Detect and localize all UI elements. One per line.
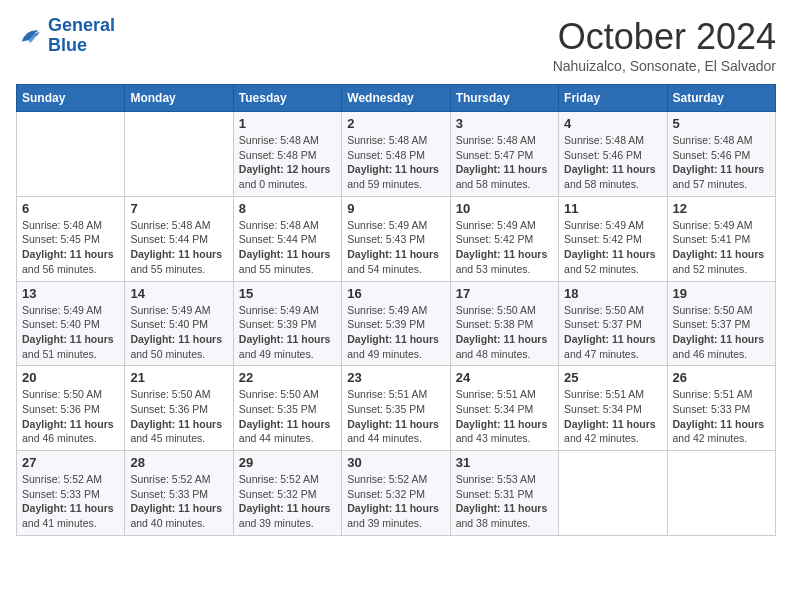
header-day-tuesday: Tuesday bbox=[233, 85, 341, 112]
cell-content: Sunrise: 5:48 AMSunset: 5:46 PMDaylight:… bbox=[673, 133, 770, 192]
calendar-cell: 12Sunrise: 5:49 AMSunset: 5:41 PMDayligh… bbox=[667, 196, 775, 281]
cell-content: Sunrise: 5:49 AMSunset: 5:39 PMDaylight:… bbox=[347, 303, 444, 362]
logo: General Blue bbox=[16, 16, 115, 56]
cell-content: Sunrise: 5:50 AMSunset: 5:37 PMDaylight:… bbox=[673, 303, 770, 362]
calendar-cell: 23Sunrise: 5:51 AMSunset: 5:35 PMDayligh… bbox=[342, 366, 450, 451]
cell-content: Sunrise: 5:53 AMSunset: 5:31 PMDaylight:… bbox=[456, 472, 553, 531]
cell-content: Sunrise: 5:51 AMSunset: 5:35 PMDaylight:… bbox=[347, 387, 444, 446]
page-header: General Blue October 2024 Nahuizalco, So… bbox=[16, 16, 776, 74]
day-number: 26 bbox=[673, 370, 770, 385]
week-row-5: 27Sunrise: 5:52 AMSunset: 5:33 PMDayligh… bbox=[17, 451, 776, 536]
calendar-cell: 15Sunrise: 5:49 AMSunset: 5:39 PMDayligh… bbox=[233, 281, 341, 366]
cell-content: Sunrise: 5:50 AMSunset: 5:37 PMDaylight:… bbox=[564, 303, 661, 362]
header-row: SundayMondayTuesdayWednesdayThursdayFrid… bbox=[17, 85, 776, 112]
cell-content: Sunrise: 5:50 AMSunset: 5:36 PMDaylight:… bbox=[130, 387, 227, 446]
calendar-cell: 18Sunrise: 5:50 AMSunset: 5:37 PMDayligh… bbox=[559, 281, 667, 366]
calendar-cell: 27Sunrise: 5:52 AMSunset: 5:33 PMDayligh… bbox=[17, 451, 125, 536]
day-number: 1 bbox=[239, 116, 336, 131]
cell-content: Sunrise: 5:50 AMSunset: 5:38 PMDaylight:… bbox=[456, 303, 553, 362]
calendar-cell: 8Sunrise: 5:48 AMSunset: 5:44 PMDaylight… bbox=[233, 196, 341, 281]
day-number: 12 bbox=[673, 201, 770, 216]
header-day-monday: Monday bbox=[125, 85, 233, 112]
header-day-saturday: Saturday bbox=[667, 85, 775, 112]
calendar-cell: 21Sunrise: 5:50 AMSunset: 5:36 PMDayligh… bbox=[125, 366, 233, 451]
calendar-cell: 7Sunrise: 5:48 AMSunset: 5:44 PMDaylight… bbox=[125, 196, 233, 281]
calendar-cell: 20Sunrise: 5:50 AMSunset: 5:36 PMDayligh… bbox=[17, 366, 125, 451]
cell-content: Sunrise: 5:48 AMSunset: 5:46 PMDaylight:… bbox=[564, 133, 661, 192]
calendar-cell: 14Sunrise: 5:49 AMSunset: 5:40 PMDayligh… bbox=[125, 281, 233, 366]
logo-icon bbox=[16, 22, 44, 50]
cell-content: Sunrise: 5:49 AMSunset: 5:40 PMDaylight:… bbox=[130, 303, 227, 362]
day-number: 16 bbox=[347, 286, 444, 301]
month-title: October 2024 bbox=[553, 16, 776, 58]
cell-content: Sunrise: 5:49 AMSunset: 5:40 PMDaylight:… bbox=[22, 303, 119, 362]
cell-content: Sunrise: 5:51 AMSunset: 5:34 PMDaylight:… bbox=[456, 387, 553, 446]
cell-content: Sunrise: 5:50 AMSunset: 5:35 PMDaylight:… bbox=[239, 387, 336, 446]
cell-content: Sunrise: 5:48 AMSunset: 5:44 PMDaylight:… bbox=[239, 218, 336, 277]
cell-content: Sunrise: 5:52 AMSunset: 5:33 PMDaylight:… bbox=[22, 472, 119, 531]
day-number: 7 bbox=[130, 201, 227, 216]
calendar-cell: 2Sunrise: 5:48 AMSunset: 5:48 PMDaylight… bbox=[342, 112, 450, 197]
calendar-cell bbox=[125, 112, 233, 197]
calendar-cell: 19Sunrise: 5:50 AMSunset: 5:37 PMDayligh… bbox=[667, 281, 775, 366]
cell-content: Sunrise: 5:52 AMSunset: 5:32 PMDaylight:… bbox=[347, 472, 444, 531]
week-row-3: 13Sunrise: 5:49 AMSunset: 5:40 PMDayligh… bbox=[17, 281, 776, 366]
logo-line1: General bbox=[48, 15, 115, 35]
day-number: 23 bbox=[347, 370, 444, 385]
cell-content: Sunrise: 5:49 AMSunset: 5:42 PMDaylight:… bbox=[456, 218, 553, 277]
day-number: 19 bbox=[673, 286, 770, 301]
header-day-wednesday: Wednesday bbox=[342, 85, 450, 112]
day-number: 24 bbox=[456, 370, 553, 385]
cell-content: Sunrise: 5:48 AMSunset: 5:47 PMDaylight:… bbox=[456, 133, 553, 192]
day-number: 6 bbox=[22, 201, 119, 216]
calendar-cell: 1Sunrise: 5:48 AMSunset: 5:48 PMDaylight… bbox=[233, 112, 341, 197]
calendar-cell: 11Sunrise: 5:49 AMSunset: 5:42 PMDayligh… bbox=[559, 196, 667, 281]
calendar-cell: 28Sunrise: 5:52 AMSunset: 5:33 PMDayligh… bbox=[125, 451, 233, 536]
calendar-cell: 13Sunrise: 5:49 AMSunset: 5:40 PMDayligh… bbox=[17, 281, 125, 366]
cell-content: Sunrise: 5:48 AMSunset: 5:45 PMDaylight:… bbox=[22, 218, 119, 277]
day-number: 9 bbox=[347, 201, 444, 216]
logo-line2: Blue bbox=[48, 35, 87, 55]
calendar-cell: 9Sunrise: 5:49 AMSunset: 5:43 PMDaylight… bbox=[342, 196, 450, 281]
calendar-cell: 29Sunrise: 5:52 AMSunset: 5:32 PMDayligh… bbox=[233, 451, 341, 536]
calendar-cell: 25Sunrise: 5:51 AMSunset: 5:34 PMDayligh… bbox=[559, 366, 667, 451]
week-row-1: 1Sunrise: 5:48 AMSunset: 5:48 PMDaylight… bbox=[17, 112, 776, 197]
day-number: 28 bbox=[130, 455, 227, 470]
day-number: 30 bbox=[347, 455, 444, 470]
day-number: 2 bbox=[347, 116, 444, 131]
day-number: 3 bbox=[456, 116, 553, 131]
calendar-cell: 16Sunrise: 5:49 AMSunset: 5:39 PMDayligh… bbox=[342, 281, 450, 366]
day-number: 15 bbox=[239, 286, 336, 301]
calendar-cell: 6Sunrise: 5:48 AMSunset: 5:45 PMDaylight… bbox=[17, 196, 125, 281]
cell-content: Sunrise: 5:48 AMSunset: 5:48 PMDaylight:… bbox=[239, 133, 336, 192]
day-number: 4 bbox=[564, 116, 661, 131]
cell-content: Sunrise: 5:48 AMSunset: 5:44 PMDaylight:… bbox=[130, 218, 227, 277]
header-day-sunday: Sunday bbox=[17, 85, 125, 112]
day-number: 8 bbox=[239, 201, 336, 216]
calendar-cell: 5Sunrise: 5:48 AMSunset: 5:46 PMDaylight… bbox=[667, 112, 775, 197]
calendar-cell: 24Sunrise: 5:51 AMSunset: 5:34 PMDayligh… bbox=[450, 366, 558, 451]
cell-content: Sunrise: 5:52 AMSunset: 5:33 PMDaylight:… bbox=[130, 472, 227, 531]
day-number: 17 bbox=[456, 286, 553, 301]
title-block: October 2024 Nahuizalco, Sonsonate, El S… bbox=[553, 16, 776, 74]
calendar-table: SundayMondayTuesdayWednesdayThursdayFrid… bbox=[16, 84, 776, 536]
day-number: 25 bbox=[564, 370, 661, 385]
calendar-header: SundayMondayTuesdayWednesdayThursdayFrid… bbox=[17, 85, 776, 112]
calendar-body: 1Sunrise: 5:48 AMSunset: 5:48 PMDaylight… bbox=[17, 112, 776, 536]
day-number: 20 bbox=[22, 370, 119, 385]
calendar-cell: 17Sunrise: 5:50 AMSunset: 5:38 PMDayligh… bbox=[450, 281, 558, 366]
calendar-cell: 4Sunrise: 5:48 AMSunset: 5:46 PMDaylight… bbox=[559, 112, 667, 197]
cell-content: Sunrise: 5:49 AMSunset: 5:42 PMDaylight:… bbox=[564, 218, 661, 277]
day-number: 27 bbox=[22, 455, 119, 470]
day-number: 18 bbox=[564, 286, 661, 301]
cell-content: Sunrise: 5:49 AMSunset: 5:41 PMDaylight:… bbox=[673, 218, 770, 277]
header-day-thursday: Thursday bbox=[450, 85, 558, 112]
calendar-cell: 22Sunrise: 5:50 AMSunset: 5:35 PMDayligh… bbox=[233, 366, 341, 451]
calendar-cell: 26Sunrise: 5:51 AMSunset: 5:33 PMDayligh… bbox=[667, 366, 775, 451]
cell-content: Sunrise: 5:52 AMSunset: 5:32 PMDaylight:… bbox=[239, 472, 336, 531]
calendar-cell: 3Sunrise: 5:48 AMSunset: 5:47 PMDaylight… bbox=[450, 112, 558, 197]
calendar-cell bbox=[17, 112, 125, 197]
day-number: 21 bbox=[130, 370, 227, 385]
day-number: 11 bbox=[564, 201, 661, 216]
cell-content: Sunrise: 5:51 AMSunset: 5:33 PMDaylight:… bbox=[673, 387, 770, 446]
